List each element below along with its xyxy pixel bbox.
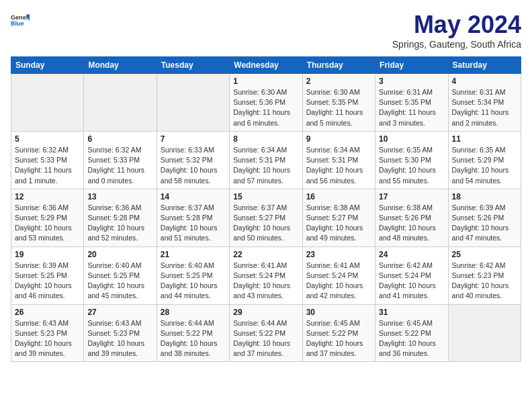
calendar-week-row: 12Sunrise: 6:36 AM Sunset: 5:29 PM Dayli… — [11, 189, 521, 246]
day-of-week-header: Sunday — [11, 57, 84, 74]
day-info: Sunrise: 6:30 AM Sunset: 5:36 PM Dayligh… — [233, 87, 298, 128]
calendar-cell — [448, 304, 521, 362]
day-info: Sunrise: 6:41 AM Sunset: 5:24 PM Dayligh… — [306, 261, 371, 302]
svg-text:Blue: Blue — [11, 20, 24, 27]
calendar-cell: 26Sunrise: 6:43 AM Sunset: 5:23 PM Dayli… — [11, 304, 84, 362]
day-info: Sunrise: 6:35 AM Sunset: 5:30 PM Dayligh… — [379, 145, 444, 186]
day-info: Sunrise: 6:36 AM Sunset: 5:28 PM Dayligh… — [87, 203, 152, 244]
day-number: 24 — [379, 250, 444, 259]
calendar-cell: 12Sunrise: 6:36 AM Sunset: 5:29 PM Dayli… — [11, 189, 84, 246]
logo-icon: General Blue — [11, 11, 30, 30]
day-info: Sunrise: 6:40 AM Sunset: 5:25 PM Dayligh… — [87, 261, 152, 302]
calendar-cell: 14Sunrise: 6:37 AM Sunset: 5:28 PM Dayli… — [157, 189, 229, 246]
day-info: Sunrise: 6:37 AM Sunset: 5:28 PM Dayligh… — [161, 203, 226, 244]
calendar-week-row: 19Sunrise: 6:39 AM Sunset: 5:25 PM Dayli… — [11, 246, 521, 304]
day-number: 23 — [306, 250, 371, 259]
calendar-cell: 7Sunrise: 6:33 AM Sunset: 5:32 PM Daylig… — [157, 131, 229, 189]
day-number: 6 — [87, 134, 152, 144]
day-info: Sunrise: 6:32 AM Sunset: 5:33 PM Dayligh… — [87, 145, 152, 186]
calendar-cell — [157, 74, 229, 132]
day-info: Sunrise: 6:39 AM Sunset: 5:26 PM Dayligh… — [452, 203, 517, 244]
day-number: 4 — [452, 77, 517, 86]
calendar-cell: 1Sunrise: 6:30 AM Sunset: 5:36 PM Daylig… — [230, 74, 302, 132]
day-info: Sunrise: 6:33 AM Sunset: 5:32 PM Dayligh… — [161, 145, 226, 186]
calendar-cell: 10Sunrise: 6:35 AM Sunset: 5:30 PM Dayli… — [375, 131, 448, 189]
day-info: Sunrise: 6:40 AM Sunset: 5:25 PM Dayligh… — [161, 261, 226, 302]
day-info: Sunrise: 6:39 AM Sunset: 5:25 PM Dayligh… — [15, 261, 80, 302]
calendar-cell: 24Sunrise: 6:42 AM Sunset: 5:24 PM Dayli… — [375, 246, 448, 304]
day-info: Sunrise: 6:31 AM Sunset: 5:34 PM Dayligh… — [452, 87, 517, 128]
day-of-week-header: Saturday — [448, 57, 521, 74]
calendar-cell: 28Sunrise: 6:44 AM Sunset: 5:22 PM Dayli… — [157, 304, 229, 362]
calendar-subtitle: Springs, Gauteng, South Africa — [392, 39, 521, 50]
day-number: 1 — [233, 77, 298, 86]
day-number: 18 — [452, 192, 517, 201]
calendar-cell: 20Sunrise: 6:40 AM Sunset: 5:25 PM Dayli… — [84, 246, 157, 304]
day-number: 28 — [161, 308, 226, 317]
day-info: Sunrise: 6:42 AM Sunset: 5:23 PM Dayligh… — [452, 261, 517, 302]
page-header: General Blue May 2024 Springs, Gauteng, … — [11, 11, 521, 50]
day-number: 2 — [306, 77, 371, 86]
day-of-week-header: Wednesday — [230, 57, 302, 74]
day-info: Sunrise: 6:45 AM Sunset: 5:22 PM Dayligh… — [379, 318, 444, 359]
calendar-cell: 21Sunrise: 6:40 AM Sunset: 5:25 PM Dayli… — [157, 246, 229, 304]
calendar-title: May 2024 — [392, 11, 521, 39]
day-number: 12 — [15, 192, 80, 201]
day-number: 21 — [161, 250, 226, 259]
day-info: Sunrise: 6:36 AM Sunset: 5:29 PM Dayligh… — [15, 203, 80, 244]
calendar-cell: 15Sunrise: 6:37 AM Sunset: 5:27 PM Dayli… — [230, 189, 302, 246]
calendar-cell: 19Sunrise: 6:39 AM Sunset: 5:25 PM Dayli… — [11, 246, 84, 304]
day-of-week-header: Friday — [375, 57, 448, 74]
day-info: Sunrise: 6:34 AM Sunset: 5:31 PM Dayligh… — [306, 145, 371, 186]
day-number: 29 — [233, 308, 298, 317]
day-number: 16 — [306, 192, 371, 201]
day-info: Sunrise: 6:45 AM Sunset: 5:22 PM Dayligh… — [306, 318, 371, 359]
calendar-cell: 27Sunrise: 6:43 AM Sunset: 5:23 PM Dayli… — [84, 304, 157, 362]
day-number: 22 — [233, 250, 298, 259]
day-info: Sunrise: 6:30 AM Sunset: 5:35 PM Dayligh… — [306, 87, 371, 128]
day-number: 8 — [233, 134, 298, 144]
day-info: Sunrise: 6:37 AM Sunset: 5:27 PM Dayligh… — [233, 203, 298, 244]
day-number: 5 — [15, 134, 80, 144]
day-of-week-header: Thursday — [302, 57, 375, 74]
day-of-week-header: Tuesday — [157, 57, 229, 74]
logo: General Blue — [11, 11, 30, 30]
calendar-cell: 18Sunrise: 6:39 AM Sunset: 5:26 PM Dayli… — [448, 189, 521, 246]
day-info: Sunrise: 6:42 AM Sunset: 5:24 PM Dayligh… — [379, 261, 444, 302]
days-header-row: SundayMondayTuesdayWednesdayThursdayFrid… — [11, 57, 521, 74]
day-number: 25 — [452, 250, 517, 259]
calendar-cell: 2Sunrise: 6:30 AM Sunset: 5:35 PM Daylig… — [302, 74, 375, 132]
calendar-cell: 11Sunrise: 6:35 AM Sunset: 5:29 PM Dayli… — [448, 131, 521, 189]
calendar-cell: 17Sunrise: 6:38 AM Sunset: 5:26 PM Dayli… — [375, 189, 448, 246]
day-number: 30 — [306, 308, 371, 317]
day-number: 31 — [379, 308, 444, 317]
day-info: Sunrise: 6:35 AM Sunset: 5:29 PM Dayligh… — [452, 145, 517, 186]
calendar-cell: 13Sunrise: 6:36 AM Sunset: 5:28 PM Dayli… — [84, 189, 157, 246]
day-info: Sunrise: 6:43 AM Sunset: 5:23 PM Dayligh… — [15, 318, 80, 359]
day-number: 3 — [379, 77, 444, 86]
calendar-cell: 22Sunrise: 6:41 AM Sunset: 5:24 PM Dayli… — [230, 246, 302, 304]
calendar-cell: 23Sunrise: 6:41 AM Sunset: 5:24 PM Dayli… — [302, 246, 375, 304]
day-number: 15 — [233, 192, 298, 201]
calendar-cell — [84, 74, 157, 132]
calendar-cell: 6Sunrise: 6:32 AM Sunset: 5:33 PM Daylig… — [84, 131, 157, 189]
day-number: 19 — [15, 250, 80, 259]
day-info: Sunrise: 6:44 AM Sunset: 5:22 PM Dayligh… — [233, 318, 298, 359]
calendar-table: SundayMondayTuesdayWednesdayThursdayFrid… — [11, 56, 521, 362]
calendar-cell: 25Sunrise: 6:42 AM Sunset: 5:23 PM Dayli… — [448, 246, 521, 304]
calendar-cell: 4Sunrise: 6:31 AM Sunset: 5:34 PM Daylig… — [448, 74, 521, 132]
day-number: 27 — [87, 308, 152, 317]
day-number: 10 — [379, 134, 444, 144]
day-number: 9 — [306, 134, 371, 144]
calendar-cell: 5Sunrise: 6:32 AM Sunset: 5:33 PM Daylig… — [11, 131, 84, 189]
day-info: Sunrise: 6:31 AM Sunset: 5:35 PM Dayligh… — [379, 87, 444, 128]
day-info: Sunrise: 6:34 AM Sunset: 5:31 PM Dayligh… — [233, 145, 298, 186]
day-of-week-header: Monday — [84, 57, 157, 74]
title-block: May 2024 Springs, Gauteng, South Africa — [392, 11, 521, 50]
day-number: 17 — [379, 192, 444, 201]
calendar-cell: 8Sunrise: 6:34 AM Sunset: 5:31 PM Daylig… — [230, 131, 302, 189]
day-info: Sunrise: 6:41 AM Sunset: 5:24 PM Dayligh… — [233, 261, 298, 302]
calendar-cell: 30Sunrise: 6:45 AM Sunset: 5:22 PM Dayli… — [302, 304, 375, 362]
day-info: Sunrise: 6:44 AM Sunset: 5:22 PM Dayligh… — [161, 318, 226, 359]
calendar-cell — [11, 74, 84, 132]
